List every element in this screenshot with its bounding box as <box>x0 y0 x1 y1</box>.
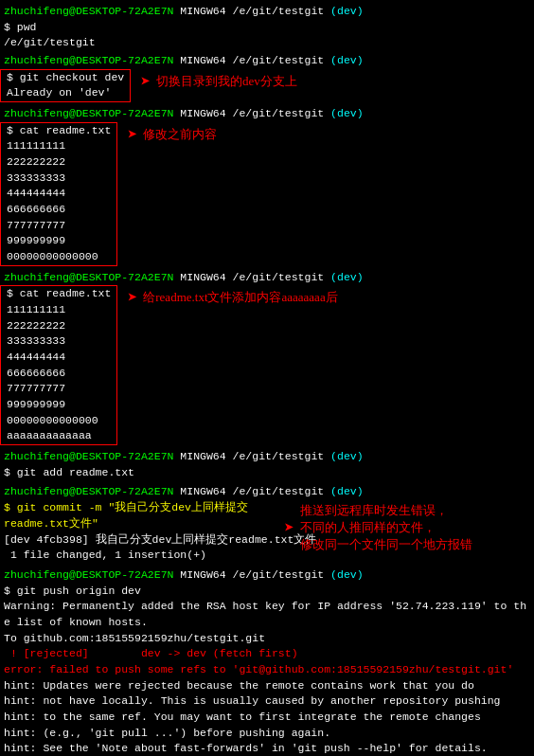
section-commit: zhuchifeng@DESKTOP-72A2E7N MINGW64 /e/gi… <box>0 484 534 563</box>
push-rejected: ! [rejected] dev -> dev (fetch first) <box>0 646 534 662</box>
push-hint4: hint: (e.g., 'git pull ...') before push… <box>0 726 534 742</box>
commit-annotation: ➤ 推送到远程库时发生错误， 不同的人推同样的文件， 修改同一个文件同一个地方报… <box>275 500 534 555</box>
push-o3: To github.com:18515592159zhu/testgit.git <box>0 631 534 647</box>
path-6: /e/git/testgit <box>233 484 325 500</box>
prompt-line-7: zhuchifeng@DESKTOP-72A2E7N MINGW64 /e/gi… <box>0 567 534 584</box>
cat2-o3: 333333333 <box>3 333 115 350</box>
cat2-o9: aaaaaaaaaaaaa <box>3 428 115 444</box>
cat2-o4: 444444444 <box>3 350 115 366</box>
path-7: /e/git/testgit <box>233 567 325 584</box>
cat1-o7: 999999999 <box>3 233 115 249</box>
cat2-o2: 222222222 <box>3 318 115 334</box>
cat2-o8: 00000000000000 <box>3 413 115 429</box>
username-3: zhuchifeng@DESKTOP-72A2E7N <box>4 106 173 122</box>
path-2: /e/git/testgit <box>233 53 325 69</box>
cat2-annotation-text: 给readme.txt文件添加内容aaaaaaaa后 <box>143 289 337 306</box>
cat1-o8: 00000000000000 <box>3 249 115 265</box>
arrow-icon-2: ➤ <box>127 124 137 145</box>
cat2-o5: 666666666 <box>3 366 115 382</box>
path-5: /e/git/testgit <box>233 449 325 465</box>
cat2-box: $ cat readme.txt 111111111 222222222 333… <box>0 285 117 445</box>
cat2-block: $ cat readme.txt 111111111 222222222 333… <box>0 285 117 445</box>
mingw-2: MINGW64 <box>173 53 232 69</box>
mingw-3: MINGW64 <box>173 106 232 122</box>
username: zhuchifeng@DESKTOP-72A2E7N <box>4 4 173 20</box>
username-6: zhuchifeng@DESKTOP-72A2E7N <box>4 484 173 500</box>
cat1-o1: 111111111 <box>3 138 115 154</box>
mingw-4: MINGW64 <box>173 270 232 286</box>
cmd-line: $ pwd <box>0 20 534 36</box>
arrow-icon-4: ➤ <box>284 517 294 538</box>
cat2-arrow-row: ➤ 给readme.txt文件添加内容aaaaaaaa后 <box>127 287 337 308</box>
prompt-line: zhuchifeng@DESKTOP-72A2E7N MINGW64 /e/gi… <box>0 4 534 20</box>
cat2-o6: 777777777 <box>3 381 115 397</box>
cat1-o6: 777777777 <box>3 218 115 234</box>
push-hint3: hint: to the same ref. You may want to f… <box>0 710 534 726</box>
mingw-label: MINGW64 <box>173 4 232 20</box>
commit-annotation-text: 推送到远程库时发生错误， 不同的人推同样的文件， 修改同一个文件同一个地方报错 <box>300 502 472 553</box>
section-pwd: zhuchifeng@DESKTOP-72A2E7N MINGW64 /e/gi… <box>0 4 534 51</box>
checkout-block: $ git checkout dev Already on 'dev' <box>0 69 131 102</box>
mingw-6: MINGW64 <box>173 484 232 500</box>
path-3: /e/git/testgit <box>233 106 325 122</box>
section-push: zhuchifeng@DESKTOP-72A2E7N MINGW64 /e/gi… <box>0 567 534 756</box>
push-o1: Warning: Permanently added the RSA host … <box>0 599 534 615</box>
cat1-annotation-text: 修改之前内容 <box>143 126 217 143</box>
cat1-block: $ cat readme.txt 111111111 222222222 333… <box>0 122 117 266</box>
push-error: error: failed to push some refs to 'git@… <box>0 662 534 678</box>
cat1-annotation: ➤ 修改之前内容 <box>117 122 534 147</box>
section-checkout: zhuchifeng@DESKTOP-72A2E7N MINGW64 /e/gi… <box>0 53 534 102</box>
mingw-5: MINGW64 <box>173 449 232 465</box>
checkout-arrow-row: ➤ 切换目录到我的dev分支上 <box>140 71 297 92</box>
prompt-line-2: zhuchifeng@DESKTOP-72A2E7N MINGW64 /e/gi… <box>0 53 534 69</box>
mingw-7: MINGW64 <box>173 567 232 584</box>
section-cat1: zhuchifeng@DESKTOP-72A2E7N MINGW64 /e/gi… <box>0 106 534 266</box>
cat1-o3: 333333333 <box>3 171 115 187</box>
path-label: /e/git/testgit <box>233 4 325 20</box>
push-o2: e list of known hosts. <box>0 615 534 631</box>
path-4: /e/git/testgit <box>233 270 325 286</box>
cat2-annotation-area: $ cat readme.txt 111111111 222222222 333… <box>0 285 534 445</box>
username-5: zhuchifeng@DESKTOP-72A2E7N <box>4 449 173 465</box>
checkout-annotation-area: $ git checkout dev Already on 'dev' ➤ 切换… <box>0 69 534 102</box>
push-cmd: $ git push origin dev <box>0 584 534 600</box>
commit-block: $ git commit -m "我自己分支dev上同样提交readme.txt… <box>0 500 275 564</box>
commit-o1: [dev 4fcb398] 我自己分支dev上同样提交readme.txt文件 <box>0 532 275 549</box>
prompt-line-5: zhuchifeng@DESKTOP-72A2E7N MINGW64 /e/gi… <box>0 449 534 465</box>
push-hint5: hint: See the 'Note about fast-forwards'… <box>0 741 534 756</box>
cat2-o1: 111111111 <box>3 302 115 318</box>
cat1-o5: 666666666 <box>3 202 115 218</box>
branch-4: (dev) <box>324 270 363 286</box>
arrow-icon: ➤ <box>140 71 151 92</box>
cat1-arrow-row: ➤ 修改之前内容 <box>127 124 217 145</box>
prompt-line-4: zhuchifeng@DESKTOP-72A2E7N MINGW64 /e/gi… <box>0 270 534 286</box>
checkout-annotation: ➤ 切换目录到我的dev分支上 <box>131 69 534 94</box>
username-4: zhuchifeng@DESKTOP-72A2E7N <box>4 270 173 286</box>
cat1-annotation-area: $ cat readme.txt 111111111 222222222 333… <box>0 122 534 266</box>
arrow-icon-3: ➤ <box>127 287 137 308</box>
prompt-line-6: zhuchifeng@DESKTOP-72A2E7N MINGW64 /e/gi… <box>0 484 534 500</box>
cat2-o7: 999999999 <box>3 397 115 413</box>
commit-arrow-row: ➤ 推送到远程库时发生错误， 不同的人推同样的文件， 修改同一个文件同一个地方报… <box>284 502 472 553</box>
commit-annotation-area: $ git commit -m "我自己分支dev上同样提交readme.txt… <box>0 500 534 564</box>
push-hint2: hint: not have locally. This is usually … <box>0 693 534 710</box>
checkout-cmd: $ git checkout dev <box>3 70 128 86</box>
section-add: zhuchifeng@DESKTOP-72A2E7N MINGW64 /e/gi… <box>0 449 534 480</box>
checkout-annotation-text: 切换目录到我的dev分支上 <box>156 73 297 90</box>
push-hint1: hint: Updates were rejected because the … <box>0 678 534 694</box>
cat1-o2: 222222222 <box>3 154 115 171</box>
cat2-cmd: $ cat readme.txt <box>3 286 115 302</box>
commit-o2: 1 file changed, 1 insertion(+) <box>0 548 275 564</box>
username-2: zhuchifeng@DESKTOP-72A2E7N <box>4 53 173 69</box>
branch-7: (dev) <box>324 567 363 584</box>
branch-3: (dev) <box>324 106 363 122</box>
branch-label: (dev) <box>324 4 363 20</box>
checkout-box: $ git checkout dev Already on 'dev' <box>0 69 131 102</box>
branch-5: (dev) <box>324 449 363 465</box>
cat2-annotation: ➤ 给readme.txt文件添加内容aaaaaaaa后 <box>117 285 534 310</box>
commit-cmd: $ git commit -m "我自己分支dev上同样提交readme.txt… <box>0 500 275 531</box>
prompt-line-3: zhuchifeng@DESKTOP-72A2E7N MINGW64 /e/gi… <box>0 106 534 122</box>
section-cat2: zhuchifeng@DESKTOP-72A2E7N MINGW64 /e/gi… <box>0 270 534 445</box>
branch-6: (dev) <box>324 484 363 500</box>
terminal: zhuchifeng@DESKTOP-72A2E7N MINGW64 /e/gi… <box>0 0 534 756</box>
